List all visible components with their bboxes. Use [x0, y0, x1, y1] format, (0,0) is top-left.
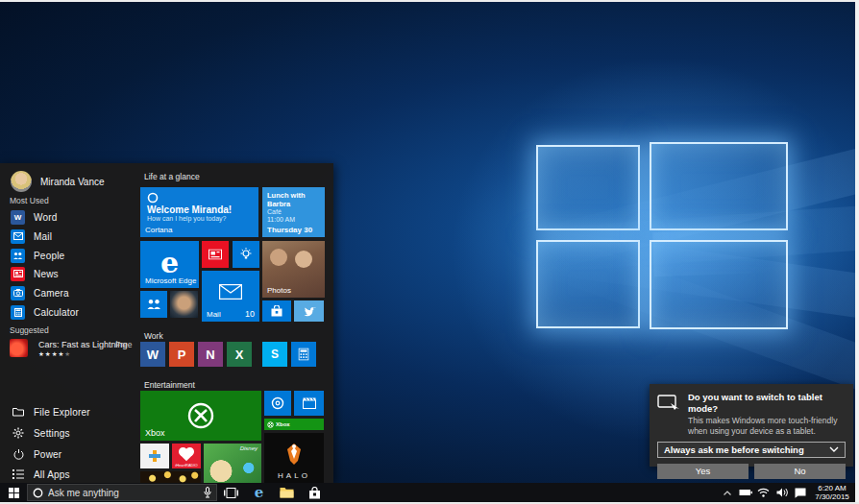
- microphone-icon[interactable]: [204, 487, 211, 498]
- sidebar-item-label: People: [34, 251, 64, 261]
- calculator-icon: [11, 305, 25, 320]
- people-icon: [11, 249, 25, 263]
- sidebar-item-all-apps[interactable]: All Apps: [0, 465, 140, 483]
- tile-photo-contact[interactable]: [170, 291, 198, 318]
- sidebar-item-label: Word: [34, 212, 58, 223]
- tile-news[interactable]: [202, 241, 229, 268]
- sidebar-item-file-explorer[interactable]: File Explorer: [0, 402, 140, 421]
- star-empty: ★: [64, 350, 71, 357]
- task-view-icon: [224, 488, 238, 498]
- dropdown-selected-value: Always ask me before switching: [664, 444, 829, 455]
- taskbar: e 6:20 AM 7/30/20: [0, 483, 859, 502]
- tile-popcorn[interactable]: [140, 471, 201, 483]
- yes-button[interactable]: Yes: [657, 464, 749, 479]
- edge-taskbar-button[interactable]: e: [245, 483, 273, 502]
- clapperboard-icon: [303, 397, 316, 409]
- tile-calculator[interactable]: [291, 342, 316, 367]
- tile-powerpoint[interactable]: P: [169, 342, 194, 367]
- start-button[interactable]: [0, 483, 27, 502]
- tile-game[interactable]: [140, 444, 169, 468]
- tray-overflow-chevron[interactable]: [718, 483, 736, 502]
- file-explorer-taskbar-button[interactable]: [273, 483, 301, 502]
- wifi-icon[interactable]: [754, 483, 773, 502]
- word-icon-letter: W: [14, 213, 22, 222]
- taskbar-clock[interactable]: 6:20 AM 7/30/2015: [809, 484, 859, 501]
- tile-xbox-banner[interactable]: Xbox: [264, 419, 324, 430]
- groove-music-icon: [271, 396, 284, 410]
- tile-onenote[interactable]: N: [198, 342, 223, 367]
- tile-microsoft-edge[interactable]: e Microsoft Edge: [140, 241, 199, 288]
- tile-excel[interactable]: X: [227, 342, 252, 367]
- power-icon: [12, 447, 25, 461]
- taskbar-search[interactable]: [27, 484, 217, 501]
- tile-people[interactable]: [140, 291, 167, 318]
- tile-iheartradio[interactable]: iHeartRADIO: [172, 444, 201, 468]
- tile-get-started[interactable]: [233, 241, 259, 268]
- gear-icon: [12, 426, 25, 440]
- tile-twitter[interactable]: [294, 300, 324, 322]
- suggested-app-name[interactable]: Cars: Fast as Lightning: [38, 340, 128, 349]
- tablet-mode-dialog: Do you want to switch to tablet mode? Th…: [650, 384, 853, 467]
- task-view-button[interactable]: [217, 483, 245, 502]
- tile-label: Xbox: [145, 428, 165, 438]
- desktop: Miranda Vance Most Used W Word Mail Peop…: [0, 0, 859, 504]
- halo-title: HALO: [264, 471, 324, 480]
- sidebar-item-mail[interactable]: Mail: [0, 227, 140, 246]
- calculator-icon: [299, 348, 309, 361]
- cortana-greeting: Welcome Miranda!: [147, 204, 232, 215]
- xbox-logo-icon: [267, 421, 274, 428]
- tablet-mode-dropdown[interactable]: Always ask me before switching: [657, 442, 846, 458]
- group-header-work: Work: [144, 331, 163, 341]
- tile-calendar[interactable]: Lunch with Barbra Café 11:00 AM Thursday…: [262, 187, 325, 237]
- search-input[interactable]: [48, 488, 199, 498]
- sidebar-item-calculator[interactable]: Calculator: [0, 302, 140, 322]
- sidebar-item-label: Calculator: [34, 307, 79, 318]
- tile-groove-music[interactable]: [264, 391, 291, 416]
- store-taskbar-button[interactable]: [301, 483, 329, 502]
- group-header-life: Life at a glance: [144, 172, 200, 181]
- game-cross-icon: [149, 450, 160, 462]
- mail-unread-count: 10: [245, 309, 255, 319]
- dialog-body: This makes Windows more touch-friendly w…: [688, 416, 846, 437]
- sidebar-item-label: All Apps: [34, 469, 70, 480]
- battery-icon[interactable]: [736, 483, 754, 502]
- tile-movies-tv[interactable]: [294, 391, 324, 416]
- sidebar-item-label: Settings: [34, 428, 70, 439]
- tile-mail[interactable]: Mail 10: [202, 271, 259, 322]
- suggested-app-rating: ★★★★★: [38, 350, 71, 358]
- clock-date: 7/30/2015: [809, 492, 855, 501]
- user-name[interactable]: Miranda Vance: [40, 177, 105, 187]
- action-center-icon[interactable]: [791, 483, 809, 502]
- sidebar-item-settings[interactable]: Settings: [0, 423, 140, 443]
- tile-halo[interactable]: HALO: [264, 433, 324, 483]
- no-button[interactable]: No: [754, 464, 846, 479]
- tile-photos[interactable]: Photos: [262, 241, 325, 298]
- iheartradio-label: iHeartRADIO: [172, 463, 201, 468]
- sidebar-item-people[interactable]: People: [0, 246, 140, 265]
- suggested-app-icon[interactable]: [10, 339, 28, 357]
- heart-icon: [181, 448, 193, 461]
- windows-logo-pane: [536, 145, 640, 230]
- tile-word[interactable]: W: [140, 342, 165, 367]
- excel-logo-letter: X: [235, 348, 244, 362]
- store-bag-icon: [271, 305, 283, 317]
- word-icon: W: [11, 210, 25, 225]
- tile-frozen-free-fall[interactable]: Disney: [204, 444, 261, 483]
- store-bag-icon: [308, 487, 321, 499]
- tile-store[interactable]: [262, 300, 291, 322]
- volume-icon[interactable]: [773, 483, 791, 502]
- news-icon: [209, 250, 222, 260]
- tile-cortana[interactable]: Welcome Miranda! How can I help you toda…: [140, 187, 258, 237]
- sidebar-item-word[interactable]: W Word: [0, 207, 140, 227]
- calendar-event: Lunch with Barbra: [267, 191, 321, 209]
- tile-skype[interactable]: S: [262, 342, 287, 367]
- stars-filled: ★★★★: [38, 350, 64, 357]
- sidebar-item-camera[interactable]: Camera: [0, 283, 140, 302]
- tile-xbox[interactable]: Xbox: [140, 391, 261, 441]
- group-header-entertainment: Entertainment: [144, 380, 195, 390]
- sidebar-item-label: Mail: [34, 231, 52, 242]
- sidebar-item-news[interactable]: News: [0, 264, 140, 283]
- user-avatar[interactable]: [11, 171, 32, 192]
- sidebar-item-power[interactable]: Power: [0, 444, 140, 464]
- cortana-ring-icon: [33, 488, 43, 498]
